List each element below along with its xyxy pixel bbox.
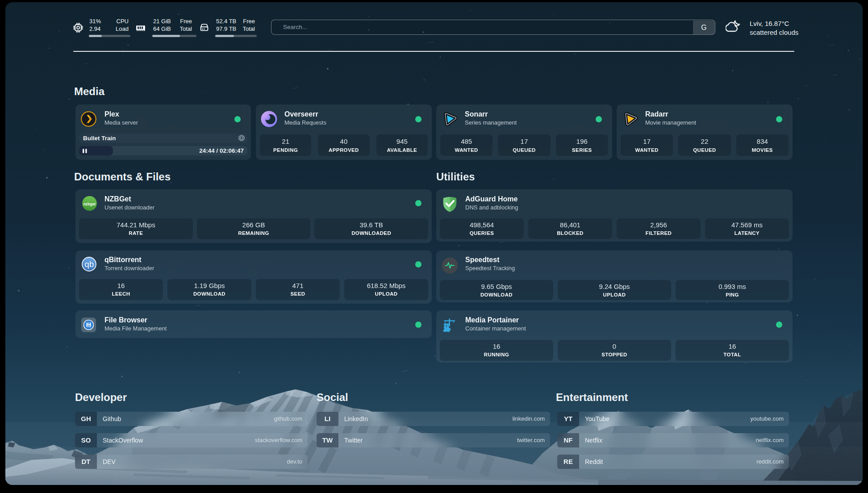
svg-text:qb: qb <box>85 259 94 269</box>
svg-text:nzbget: nzbget <box>83 202 96 206</box>
